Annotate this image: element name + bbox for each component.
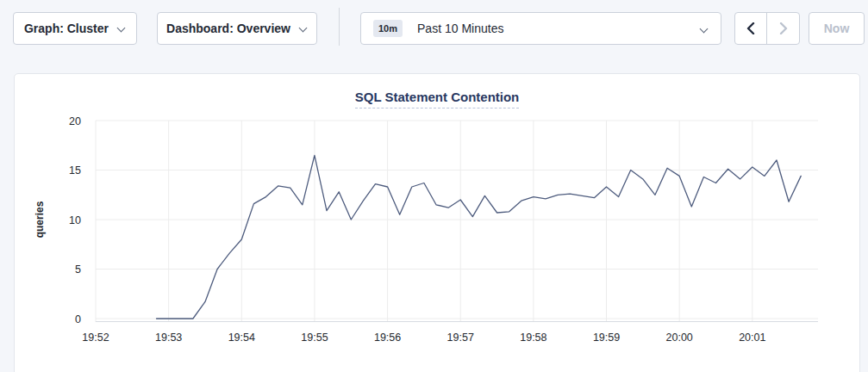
x-tick-label: 19:54 xyxy=(228,332,255,344)
x-tick-label: 19:59 xyxy=(593,332,620,344)
chevron-down-icon xyxy=(700,25,709,34)
now-button[interactable]: Now xyxy=(809,12,865,45)
chevron-left-icon xyxy=(746,22,756,34)
toolbar-divider xyxy=(339,8,340,46)
chart-panel: SQL Statement Contention 0510152019:5219… xyxy=(14,73,860,372)
x-tick-label: 19:56 xyxy=(374,332,401,344)
x-tick-label: 19:53 xyxy=(155,332,182,344)
x-tick-label: 19:57 xyxy=(447,332,474,344)
graph-dropdown[interactable]: Graph: Cluster xyxy=(13,12,137,45)
y-tick-label: 15 xyxy=(69,164,81,177)
time-window-label: Past 10 Minutes xyxy=(417,22,503,35)
y-tick-label: 0 xyxy=(75,313,81,326)
next-range-button[interactable] xyxy=(767,13,799,44)
time-range-stepper xyxy=(734,12,800,45)
sql-statement-contention-chart[interactable]: 0510152019:5219:5319:5419:5519:5619:5719… xyxy=(15,74,859,372)
graph-dropdown-label: Graph: Cluster xyxy=(24,22,109,35)
series-line-queries xyxy=(157,155,802,319)
time-window-picker[interactable]: 10m Past 10 Minutes xyxy=(360,12,721,45)
x-tick-label: 19:52 xyxy=(82,332,109,344)
x-tick-label: 20:00 xyxy=(666,332,693,344)
y-tick-label: 10 xyxy=(69,214,81,226)
time-window-badge: 10m xyxy=(373,20,403,37)
y-tick-label: 5 xyxy=(75,264,81,276)
chevron-right-icon xyxy=(778,22,789,34)
y-tick-label: 20 xyxy=(69,115,81,127)
x-tick-label: 20:01 xyxy=(739,332,765,344)
dashboard-dropdown[interactable]: Dashboard: Overview xyxy=(157,12,317,45)
chevron-down-icon xyxy=(117,24,126,33)
x-tick-label: 19:58 xyxy=(520,332,546,344)
dashboard-dropdown-label: Dashboard: Overview xyxy=(166,22,290,35)
y-axis-label: queries xyxy=(34,201,46,238)
prev-range-button[interactable] xyxy=(735,13,767,44)
chevron-down-icon xyxy=(299,24,308,33)
x-tick-label: 19:55 xyxy=(301,332,328,344)
